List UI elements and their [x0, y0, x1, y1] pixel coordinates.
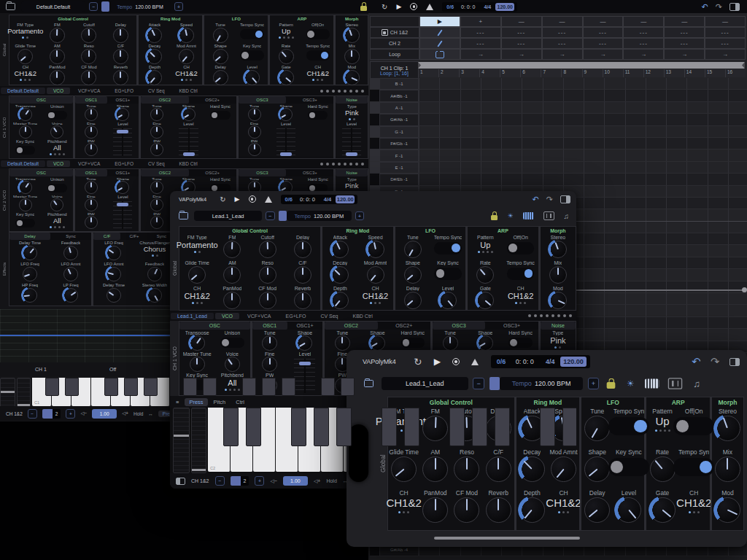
am-knob[interactable]	[50, 49, 65, 64]
tab-noise[interactable]: Noise	[336, 96, 368, 104]
tempo-sync-toggle[interactable]	[306, 50, 330, 61]
tempo-slider[interactable]	[101, 1, 109, 12]
mod-knob[interactable]	[344, 70, 360, 85]
tune-knob[interactable]	[150, 108, 163, 121]
signature-counter[interactable]: 4/4	[484, 4, 492, 9]
note-row-a-1[interactable]: A -1	[370, 102, 747, 114]
matrix-cell-dots[interactable]: ---	[583, 38, 624, 49]
ctrl-mode-tab[interactable]: Ctrl	[231, 398, 249, 406]
preset-plus-button[interactable]: +	[588, 378, 600, 389]
stereo-knob[interactable]	[344, 28, 360, 43]
black-key[interactable]	[495, 408, 510, 446]
tab-c-f[interactable]: C/F	[93, 233, 120, 240]
matrix-cell-plus[interactable]: +	[460, 16, 501, 27]
glide-time-knob[interactable]	[391, 456, 417, 482]
tune-knob[interactable]	[150, 181, 163, 194]
delay-time-knob[interactable]	[23, 246, 37, 260]
record-icon[interactable]	[249, 195, 256, 203]
master-tune-knob[interactable]	[190, 357, 205, 372]
shape-knob[interactable]	[116, 181, 129, 194]
mod-amnt-knob[interactable]	[367, 266, 384, 284]
metronome-icon[interactable]	[426, 4, 433, 10]
delay-knob[interactable]	[294, 241, 311, 258]
black-key[interactable]	[65, 378, 79, 396]
lock-icon[interactable]	[360, 6, 367, 11]
tune-knob[interactable]	[335, 335, 350, 351]
decay-knob[interactable]	[331, 266, 349, 284]
play-icon[interactable]: ▶	[235, 195, 240, 203]
tab-osc1[interactable]: OSC1	[75, 169, 107, 176]
cutoff-knob[interactable]	[81, 28, 96, 43]
mix-knob[interactable]	[715, 456, 740, 482]
black-key[interactable]	[144, 378, 158, 396]
mod-knob[interactable]	[715, 497, 740, 523]
reso-knob[interactable]	[259, 266, 276, 284]
speed-knob[interactable]	[179, 28, 194, 43]
c-f-knob[interactable]	[486, 456, 511, 482]
signature-counter[interactable]: 4/4	[324, 196, 331, 203]
hard-sync-toggle[interactable]	[308, 111, 328, 120]
am-knob[interactable]	[422, 456, 448, 482]
note-row-e-1[interactable]: E -1	[370, 162, 747, 174]
tab-vco[interactable]: VCO	[215, 313, 239, 319]
cf-mod-knob[interactable]	[259, 292, 276, 309]
black-key[interactable]	[291, 408, 306, 446]
depth-knob[interactable]	[147, 70, 162, 85]
tab-cv-seq[interactable]: CV Seq	[142, 160, 171, 167]
c-f-knob[interactable]	[294, 266, 311, 284]
brightness-icon[interactable]: ☀	[507, 212, 513, 219]
voice-knob[interactable]	[225, 357, 240, 372]
panmod-knob[interactable]	[223, 292, 241, 309]
fm-knob[interactable]	[422, 416, 448, 441]
slide-over-handle[interactable]	[349, 424, 368, 482]
black-key[interactable]	[472, 408, 487, 446]
matrix-cell-loop[interactable]	[419, 49, 460, 60]
velocity-down-icon[interactable]: ◁−	[270, 478, 276, 484]
type-value[interactable]: Pink	[345, 182, 358, 190]
folder-icon[interactable]	[179, 212, 188, 219]
metronome-icon[interactable]	[471, 359, 479, 365]
tab-osc1[interactable]: OSC1+	[287, 322, 322, 330]
preset-name[interactable]: Default.Default	[21, 1, 85, 12]
note-row-b-1[interactable]: B -1	[370, 78, 747, 90]
black-key[interactable]	[562, 408, 576, 446]
tune-knob[interactable]	[584, 416, 610, 441]
matrix-cell-slash[interactable]	[419, 27, 460, 38]
press-mode-tab[interactable]: Press	[185, 398, 207, 406]
tab-noise[interactable]: Noise	[336, 169, 368, 176]
brightness-icon[interactable]: ☀	[627, 378, 634, 389]
undo-icon[interactable]: ↶	[702, 2, 708, 12]
preset-name[interactable]: Lead.1_Lead	[194, 211, 261, 222]
type-value[interactable]: Pink	[345, 109, 358, 117]
tab-default-default[interactable]: Default.Default	[1, 160, 45, 167]
pitch-wheel[interactable]	[0, 378, 15, 408]
tab-kbd-ctrl[interactable]: KBD Ctrl	[173, 88, 204, 94]
mod-wheel[interactable]	[17, 378, 31, 408]
level-knob[interactable]	[244, 70, 260, 85]
tab-vcf-vca[interactable]: VCF+VCA	[241, 313, 277, 319]
tab-osc[interactable]: OSC	[9, 96, 73, 104]
octave-up-button[interactable]: +	[255, 476, 264, 486]
matrix-cell-dots[interactable]: ---	[501, 38, 542, 49]
tempo-sync-toggle[interactable]	[240, 29, 263, 39]
tab-osc2[interactable]: OSC2+	[189, 96, 236, 104]
level-slider[interactable]	[342, 128, 361, 156]
c-f-knob[interactable]	[113, 49, 128, 64]
matrix-cell-dots[interactable]: ---	[623, 27, 664, 38]
matrix-cell-dots[interactable]: ---	[705, 38, 746, 49]
matrix-cell-dash[interactable]: —	[664, 16, 705, 27]
tab-eg-lfo[interactable]: EG+LFO	[279, 313, 313, 319]
clip-loop-bar[interactable]	[418, 62, 745, 69]
matrix-cell-dots[interactable]: ---	[460, 38, 501, 49]
tempo-box[interactable]: Tempo120.00 BPM	[500, 377, 582, 391]
mod-amnt-knob[interactable]	[179, 49, 194, 64]
unison-toggle[interactable]	[47, 184, 67, 192]
tab-kbd-ctrl[interactable]: KBD Ctrl	[173, 160, 204, 167]
panel-icon[interactable]	[560, 195, 570, 203]
reverb-knob[interactable]	[294, 292, 311, 309]
lock-icon[interactable]	[491, 215, 498, 220]
velocity-value[interactable]: 1.00	[283, 476, 308, 486]
bpm-counter[interactable]: 120.00	[560, 357, 586, 368]
tempo-sync-toggle[interactable]	[507, 268, 534, 280]
tab-vcf-vca[interactable]: VCF+VCA	[71, 160, 107, 167]
